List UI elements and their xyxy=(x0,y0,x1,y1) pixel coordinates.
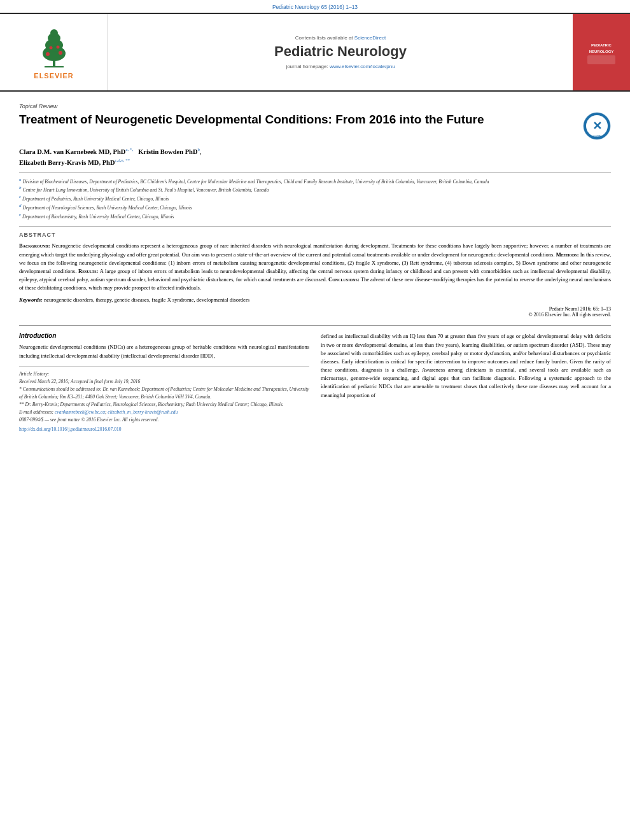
abstract-body: Background: Neurogenetic developmental c… xyxy=(19,242,611,292)
affiliation-a: a Division of Biochemical Diseases, Depa… xyxy=(19,176,611,185)
email-line: E-mail addresses: cvankamrebeek@cw.bc.ca… xyxy=(19,409,309,416)
elsevier-tree-icon xyxy=(25,25,83,69)
author-2-name: Kristin Bowden PhD xyxy=(138,148,197,155)
author-1-name: Clara D.M. van Karnebeek MD, PhD xyxy=(19,148,125,155)
introduction-heading: Introduction xyxy=(19,332,309,339)
journal-citation-top: Pediatric Neurology 65 (2016) 1–13 xyxy=(0,0,630,13)
methods-label: Methods: xyxy=(556,251,579,258)
results-label: Results: xyxy=(78,268,98,274)
svg-text:CrossMark: CrossMark xyxy=(589,135,605,138)
keywords-label: Keywords: xyxy=(19,297,43,303)
affiliation-e: e Department of Biochemistry, Rush Unive… xyxy=(19,211,611,220)
background-text: Neurogenetic developmental conditions re… xyxy=(19,242,611,257)
svg-point-5 xyxy=(50,29,58,37)
introduction-right-text: defined as intellectual disability with … xyxy=(321,332,611,399)
svg-point-6 xyxy=(46,52,50,56)
svg-rect-1 xyxy=(45,66,64,67)
footnote-section: Article History: Received March 22, 2016… xyxy=(19,367,309,432)
svg-point-9 xyxy=(56,46,59,49)
article-history-label: Article History: xyxy=(19,370,309,378)
article-title-row: Treatment of Neurogenetic Developmental … xyxy=(19,112,611,140)
elsevier-wordmark: ELSEVIER xyxy=(25,72,83,80)
abstract-section: Abstract Background: Neurogenetic develo… xyxy=(19,226,611,318)
main-content: Topical Review Treatment of Neurogenetic… xyxy=(0,92,630,438)
journal-homepage-link[interactable]: www.elsevier.com/locate/pnu xyxy=(330,64,395,69)
citation-line: Pediatr Neurol 2016; 65: 1–13 © 2016 Els… xyxy=(19,306,611,318)
conclusions-label: Conclusions: xyxy=(328,276,360,283)
issn-line: 0887-8994/$ — see front matter © 2016 El… xyxy=(19,416,309,424)
svg-text:PEDIATRIC: PEDIATRIC xyxy=(591,43,612,47)
correspondence-2: ** Dr. Berry-Kravis; Departments of Pedi… xyxy=(19,401,309,409)
introduction-left-text: Neurogenetic developmental conditions (N… xyxy=(19,343,309,360)
crossmark-icon: ✕ CrossMark xyxy=(583,112,611,140)
affiliation-c: c Department of Pediatrics, Rush Univers… xyxy=(19,193,611,202)
affiliation-d: d Department of Neurological Sciences, R… xyxy=(19,202,611,211)
article-title: Treatment of Neurogenetic Developmental … xyxy=(19,112,573,127)
introduction-left-col: Introduction Neurogenetic developmental … xyxy=(19,332,309,431)
introduction-right-col: defined as intellectual disability with … xyxy=(321,332,611,431)
authors-line: Clara D.M. van Karnebeek MD, PhDa, *, Kr… xyxy=(19,146,611,169)
crossmark-badge[interactable]: ✕ CrossMark xyxy=(583,112,611,140)
background-label: Background: xyxy=(19,242,50,249)
svg-rect-13 xyxy=(587,55,615,64)
elsevier-logo-box: ELSEVIER xyxy=(0,14,108,90)
svg-text:NEUROLOGY: NEUROLOGY xyxy=(589,50,614,53)
author-3-name: Elizabeth Berry-Kravis MD, PhD xyxy=(19,159,115,166)
section-type-label: Topical Review xyxy=(19,103,611,109)
sciencedirect-line: Contents lists available at ScienceDirec… xyxy=(295,35,386,41)
received-date: Received March 22, 2016; Accepted in fin… xyxy=(19,378,309,386)
journal-header: ELSEVIER Contents lists available at Sci… xyxy=(0,13,630,92)
affiliation-b: b Centre for Heart Lung Innovation, Univ… xyxy=(19,185,611,193)
email-link-1[interactable]: cvankamrebeek@cw.bc.ca xyxy=(55,409,105,415)
svg-point-7 xyxy=(59,51,62,55)
journal-badge-icon: PEDIATRIC NEUROLOGY xyxy=(582,36,620,68)
correspondence-1: * Communications should be addressed to:… xyxy=(19,386,309,401)
sciencedirect-link[interactable]: ScienceDirect xyxy=(354,35,386,41)
svg-text:✕: ✕ xyxy=(592,120,602,132)
svg-point-8 xyxy=(49,46,52,50)
journal-header-center: Contents lists available at ScienceDirec… xyxy=(108,14,573,90)
keywords-line: Keywords: neurogenetic disorders, therap… xyxy=(19,297,611,303)
email-link-2[interactable]: elizabeth_m_berry-kravis@rush.edu xyxy=(108,409,178,415)
doi-line[interactable]: http://dx.doi.org/10.1016/j.pediatrneuro… xyxy=(19,426,309,432)
abstract-title: Abstract xyxy=(19,232,611,238)
journal-homepage-line: journal homepage: www.elsevier.com/locat… xyxy=(286,64,395,69)
introduction-section: Introduction Neurogenetic developmental … xyxy=(19,325,611,431)
journal-thumb-badge: PEDIATRIC NEUROLOGY xyxy=(573,14,630,90)
affiliations-section: a Division of Biochemical Diseases, Depa… xyxy=(19,172,611,220)
keywords-text: neurogenetic disorders, therapy, genetic… xyxy=(44,297,249,303)
journal-name-header: Pediatric Neurology xyxy=(274,43,407,60)
